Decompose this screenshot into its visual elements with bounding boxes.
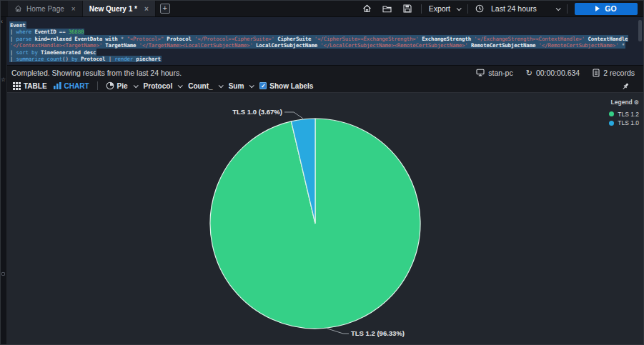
collapse-panel-icon[interactable]: ‹: [1, 19, 3, 25]
tab-table[interactable]: TABLE: [13, 82, 47, 90]
aggregation-dropdown[interactable]: Sum: [229, 82, 254, 90]
close-icon[interactable]: ×: [71, 5, 76, 13]
series-field-dropdown[interactable]: Protocol: [144, 82, 182, 90]
folder-icon: [382, 5, 392, 13]
pie-label-leader-line: [284, 112, 303, 119]
chevron-down-icon: [457, 6, 462, 11]
tab-chart[interactable]: CHART: [54, 82, 89, 90]
tab-new-query[interactable]: New Query 1 * ×: [83, 1, 156, 16]
record-count: 2 records: [603, 69, 635, 77]
computer-icon: [476, 69, 485, 76]
pie-slice-label: TLS 1.0 (3.67%): [232, 108, 282, 116]
code-line: | summarize count() by Protocol | render…: [9, 56, 636, 63]
topbar-actions: Export Last 24 hours GO: [361, 1, 643, 16]
legend-item[interactable]: TLS 1.0: [609, 119, 639, 126]
pie-label-leader-line: [327, 329, 349, 334]
legend-item[interactable]: TLS 1.2: [609, 111, 639, 118]
left-rail-marker: [1, 272, 5, 276]
left-rail: ‹ ☆: [1, 17, 7, 345]
home-button[interactable]: [361, 2, 374, 15]
save-icon: [403, 4, 412, 13]
bar-chart-icon: [54, 82, 61, 89]
status-bar: Completed. Showing results from the last…: [7, 65, 643, 79]
pie-chart-svg: TLS 1.2 (96.33%)TLS 1.0 (3.67%): [7, 93, 644, 345]
go-label: GO: [605, 4, 616, 13]
code-line: | sort by TimeGenerated desc: [9, 49, 636, 56]
chart-legend: Legend ⚙ TLS 1.2TLS 1.0: [609, 99, 639, 129]
home-icon: [14, 5, 22, 12]
chevron-down-icon: [218, 83, 223, 88]
home-icon: [362, 4, 372, 13]
show-labels-toggle[interactable]: ✓ Show Labels: [259, 82, 313, 90]
main-panel: Event| where EventID == 36880| parse kin…: [7, 17, 643, 345]
editor-scrollbar[interactable]: [638, 20, 642, 41]
duration-indicator: ↻ 00:00:00.634: [526, 69, 580, 77]
separator: [467, 4, 468, 14]
series-field-value: Protocol: [144, 82, 173, 90]
pin-button[interactable]: [620, 81, 630, 91]
go-button[interactable]: GO: [575, 3, 638, 15]
separator: [97, 81, 98, 90]
legend-items: TLS 1.2TLS 1.0: [609, 109, 639, 129]
query-editor[interactable]: Event| where EventID == 36880| parse kin…: [7, 17, 643, 65]
records-icon: [593, 69, 600, 77]
pie-slice-label: TLS 1.2 (96.33%): [351, 329, 405, 337]
chevron-down-icon: [133, 83, 138, 88]
legend-item-label: TLS 1.0: [618, 119, 639, 126]
new-tab-button[interactable]: +: [160, 4, 170, 14]
pin-icon: [621, 82, 630, 91]
chart-area: TLS 1.2 (96.33%)TLS 1.0 (3.67%) Legend ⚙…: [7, 93, 643, 345]
tab-strip: Home Page × New Query 1 * × +: [8, 1, 170, 16]
results-toolbar: TABLE CHART Pie Protocol Count_ Sum: [7, 79, 643, 93]
close-icon[interactable]: ×: [144, 5, 149, 13]
legend-color-dot: [609, 111, 614, 116]
status-right: stan-pc ↻ 00:00:00.634 2 records: [476, 69, 635, 77]
code-line: | parse kind=relaxed EventData with * "<…: [9, 35, 636, 42]
time-range-value: Last 24 hours: [491, 4, 537, 13]
chart-tab-label: CHART: [64, 82, 89, 90]
gear-icon[interactable]: ⚙: [634, 99, 639, 106]
pie-icon: [106, 81, 114, 90]
legend-item-label: TLS 1.2: [618, 111, 639, 118]
chart-type-value: Pie: [117, 82, 128, 90]
legend-color-dot: [609, 121, 614, 126]
show-labels-label: Show Labels: [269, 82, 313, 90]
value-field-dropdown[interactable]: Count_: [188, 82, 222, 90]
status-message: Completed. Showing results from the last…: [11, 69, 182, 77]
table-tab-label: TABLE: [24, 82, 47, 90]
chevron-down-icon: [178, 83, 183, 88]
cluster-indicator: stan-pc: [476, 69, 512, 77]
chevron-down-icon: [249, 83, 254, 88]
tab-bar: Home Page × New Query 1 * × + Export: [1, 1, 643, 17]
time-range-picker[interactable]: Last 24 hours: [475, 4, 560, 13]
editor-code: Event| where EventID == 36880| parse kin…: [7, 17, 643, 63]
chart-type-dropdown[interactable]: Pie: [106, 81, 137, 90]
export-label: Export: [429, 4, 450, 13]
tab-label: Home Page: [26, 5, 64, 13]
separator: [567, 4, 568, 14]
favorites-star-icon[interactable]: ☆: [1, 77, 6, 83]
legend-title: Legend: [611, 99, 633, 106]
chevron-down-icon: [556, 6, 561, 11]
checkbox-checked-icon[interactable]: ✓: [259, 82, 267, 89]
records-indicator: 2 records: [593, 69, 635, 77]
open-file-button[interactable]: [381, 2, 394, 15]
play-icon: [595, 6, 600, 11]
separator: [421, 4, 422, 14]
refresh-icon: ↻: [526, 69, 532, 76]
code-line: Event: [9, 21, 636, 29]
code-line: '</ContextHandle><TargetName>' TargetNam…: [9, 42, 636, 49]
aggregation-value: Sum: [229, 82, 244, 90]
clock-icon: [475, 4, 484, 13]
save-button[interactable]: [401, 2, 414, 15]
machine-name: stan-pc: [488, 69, 512, 77]
tab-label: New Query 1 *: [89, 5, 137, 13]
query-duration: 00:00:00.634: [536, 69, 580, 77]
table-grid-icon: [13, 82, 21, 90]
app-window: Home Page × New Query 1 * × + Export: [0, 0, 644, 345]
tab-home-page[interactable]: Home Page ×: [8, 1, 83, 16]
value-field-value: Count_: [188, 82, 212, 90]
legend-header: Legend ⚙: [611, 99, 639, 106]
export-menu[interactable]: Export: [429, 4, 460, 13]
code-line: | where EventID == 36880: [9, 29, 636, 36]
